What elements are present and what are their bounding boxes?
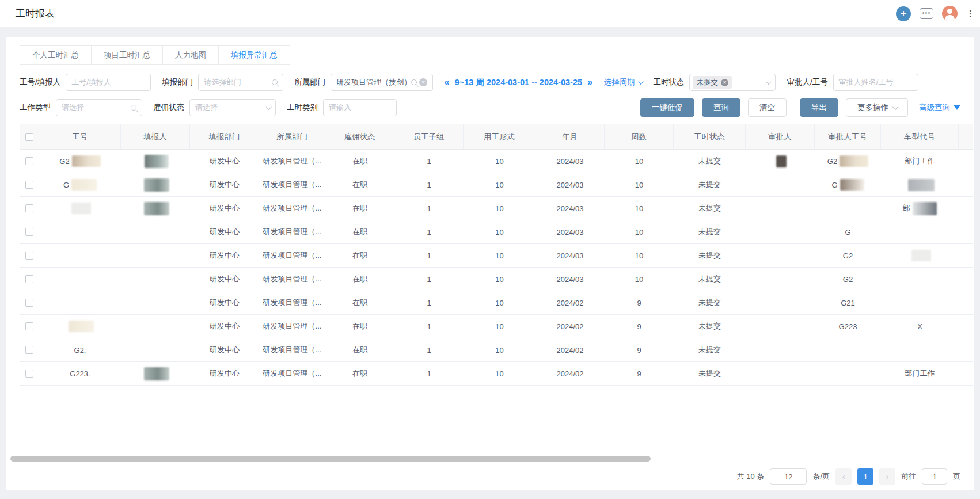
scrollbar-thumb[interactable] [10, 456, 651, 462]
table-cell: 研发中心 [190, 291, 259, 314]
row-checkbox[interactable] [25, 181, 33, 189]
employ-status-select[interactable]: 请选择 [189, 99, 276, 116]
row-checkbox[interactable] [25, 228, 33, 236]
table-cell: 10 [605, 173, 674, 196]
redacted-blur [911, 250, 931, 261]
table-cell: 未提交 [674, 291, 746, 314]
page-size-select[interactable]: 12 [770, 468, 807, 485]
search-icon [272, 79, 278, 85]
table-header-row: 工号填报人填报部门所属部门雇佣状态员工子组用工形式年月周数工时状态审批人审批人工… [20, 124, 973, 150]
row-checkbox[interactable] [25, 346, 33, 354]
next-week-icon[interactable]: » [587, 77, 592, 88]
select-period-link[interactable]: 选择周期 [603, 77, 642, 87]
approver-input[interactable]: 审批人姓名/工号 [833, 74, 918, 91]
time-status-select[interactable]: 未提交 ✕ [689, 74, 776, 91]
horizontal-scrollbar [6, 455, 974, 463]
clear-button[interactable]: 清空 [748, 98, 787, 117]
table-cell: 未提交 [674, 220, 746, 243]
table-cell: 未提交 [674, 173, 746, 196]
table-cell: 在职 [325, 173, 394, 196]
row-checkbox[interactable] [25, 157, 33, 165]
page-1-button[interactable]: 1 [857, 468, 873, 485]
table-cell: G21 [815, 291, 881, 314]
time-category-input[interactable]: 请输入 [323, 99, 397, 116]
avatar[interactable] [942, 6, 958, 21]
row-checkbox[interactable] [25, 204, 33, 212]
row-checkbox[interactable] [25, 275, 33, 283]
column-header: 雇佣状态 [325, 124, 394, 149]
table-cell: 10 [464, 338, 535, 361]
row-checkbox[interactable] [25, 322, 33, 330]
column-header: 审批人工号 [815, 124, 881, 149]
table-cell [815, 338, 881, 361]
tab-project-summary[interactable]: 项目工时汇总 [91, 45, 163, 65]
table-cell: 2024/03 [535, 220, 605, 243]
next-page-button[interactable]: › [879, 468, 895, 485]
table-cell [746, 315, 815, 338]
tag-close-icon[interactable]: ✕ [721, 79, 728, 86]
table-cell: 部门工作 [881, 150, 959, 173]
table-cell: 在职 [325, 338, 394, 361]
table-cell: 未提交 [674, 362, 746, 385]
table-cell [959, 197, 973, 220]
table-cell: 未提交 [674, 315, 746, 338]
export-button[interactable]: 导出 [800, 98, 838, 117]
more-actions-button[interactable]: 更多操作 [846, 98, 908, 117]
table-cell: 1 [394, 197, 464, 220]
row-checkbox[interactable] [25, 252, 33, 260]
prev-page-button[interactable]: ‹ [835, 468, 852, 485]
table-cell [815, 362, 881, 385]
report-dept-select[interactable]: 请选择部门 [198, 74, 283, 91]
tab-report-exception-summary[interactable]: 填报异常汇总 [218, 45, 290, 65]
table-row: G研发中心研发项目管理（...在职1102024/0310未提交G1 [20, 173, 973, 197]
table-cell: 研发项目管理（... [259, 315, 325, 338]
row-checkbox[interactable] [25, 299, 33, 307]
tab-hr-map[interactable]: 人力地图 [162, 45, 219, 65]
week-nav: « 9~13 周 2024-03-01 -- 2024-03-25 » [444, 77, 592, 88]
table-cell: 在职 [325, 197, 394, 220]
urge-button[interactable]: 一键催促 [640, 98, 694, 117]
redacted-blur [908, 179, 935, 191]
row-checkbox[interactable] [25, 133, 33, 141]
table-cell: 研发中心 [190, 220, 259, 243]
table-cell: 研发中心 [190, 173, 259, 196]
message-icon[interactable]: ••• [920, 8, 933, 19]
advanced-query-link[interactable]: 高级查询 [919, 102, 960, 113]
table-cell: 10 [464, 197, 535, 220]
table-row: G2研发中心研发项目管理（...在职1102024/0310未提交G2部门工作组 [20, 150, 973, 173]
table-cell [881, 338, 959, 361]
row-checkbox[interactable] [25, 370, 33, 378]
emp-input[interactable]: 工号/填报人 [66, 74, 151, 91]
table-cell: 10 [464, 315, 535, 338]
kebab-menu-icon[interactable]: ⋮ [966, 9, 971, 18]
table-cell: 研发项目管理（... [259, 173, 325, 196]
table-cell: 10 [464, 173, 535, 196]
prev-week-icon[interactable]: « [444, 77, 449, 88]
table-cell: 研发项目管理（... [259, 291, 325, 314]
table-row: 研发中心研发项目管理（...在职1102024/0310未提交部 [20, 197, 973, 220]
query-button[interactable]: 查询 [702, 98, 740, 117]
goto-page-input[interactable]: 1 [922, 468, 947, 485]
add-icon[interactable]: + [896, 6, 911, 21]
table-cell: G2 [815, 244, 881, 267]
work-type-select[interactable]: 请选择 [56, 99, 142, 116]
report-card: 个人工时汇总 项目工时汇总 人力地图 填报异常汇总 工号/填报人 工号/填报人 … [6, 37, 974, 490]
page-unit-label: 页 [953, 471, 960, 482]
table-cell [881, 268, 959, 291]
table-cell [881, 291, 959, 314]
triangle-down-icon [954, 105, 960, 110]
redacted-blur [69, 321, 94, 332]
tab-personal-summary[interactable]: 个人工时汇总 [20, 45, 92, 65]
table-cell: 1 [959, 244, 973, 267]
table-cell: 2024/03 [535, 173, 605, 196]
belong-dept-select[interactable]: 研发项目管理（技创） ✕ [331, 74, 433, 91]
table-cell: 2024/02 [535, 291, 605, 314]
table-row: 研发中心研发项目管理（...在职1102024/0310未提交G21 [20, 244, 973, 268]
table-cell: 研发中心 [190, 338, 259, 361]
clear-icon[interactable]: ✕ [419, 78, 427, 86]
table-cell: G2. [39, 338, 121, 361]
work-type-label: 工作类型 [20, 102, 51, 113]
checkbox-cell [20, 338, 39, 361]
table-cell [121, 197, 190, 220]
table-cell: 2024/03 [535, 244, 605, 267]
